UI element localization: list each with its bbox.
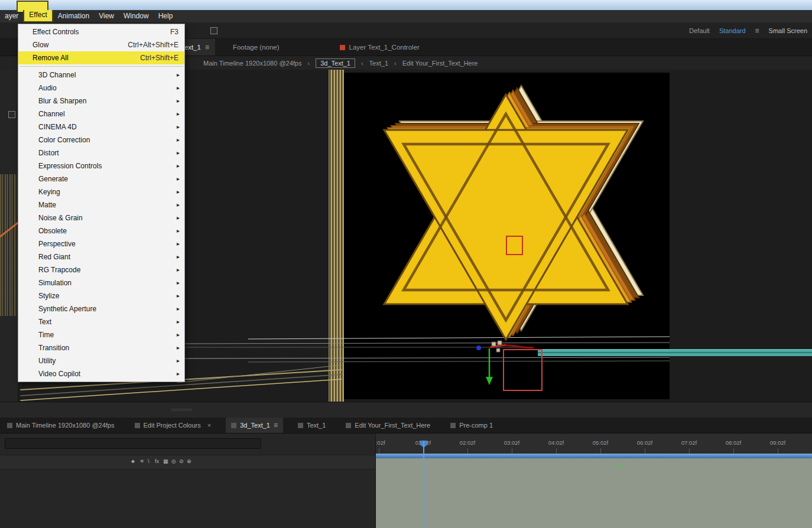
frame-blend-icon: ▦ — [163, 458, 168, 464]
menu-item-simulation[interactable]: Simulation▸ — [18, 276, 184, 289]
timeline-tab-pre-comp-1[interactable]: Pre-comp 1 — [445, 418, 498, 433]
workspace-menu-icon[interactable]: ≡ — [755, 27, 759, 35]
viewer-tab-layer-text-1-controler[interactable]: Layer Text_1_Controler — [334, 39, 426, 56]
submenu-arrow-icon: ▸ — [177, 211, 180, 224]
menu-item-label: Transition — [38, 341, 69, 354]
menu-item-distort[interactable]: Distort▸ — [18, 146, 184, 159]
menu-item-stylize[interactable]: Stylize▸ — [18, 289, 184, 302]
menubar-item-effect[interactable]: Effect — [23, 10, 53, 22]
timeline-tab-label: Edit Project Colours — [144, 422, 201, 429]
submenu-arrow-icon: ▸ — [177, 302, 180, 315]
menu-item-label: Audio — [38, 82, 57, 94]
menu-item-utility[interactable]: Utility▸ — [18, 354, 184, 367]
menu-item-expression-controls[interactable]: Expression Controls▸ — [18, 159, 184, 172]
menu-item-glow[interactable]: GlowCtrl+Alt+Shift+E — [18, 38, 184, 51]
viewer-tab-footage-none[interactable]: Footage (none) — [227, 39, 285, 56]
work-area-bar[interactable] — [376, 454, 812, 458]
submenu-arrow-icon: ▸ — [177, 69, 180, 82]
viewer-tab-label: Footage (none) — [233, 44, 280, 51]
menu-item-label: RG Trapcode — [38, 263, 80, 276]
menu-item-effect-controls[interactable]: Effect ControlsF3 — [18, 25, 184, 38]
comp-icon — [450, 423, 456, 428]
menu-item-label: Distort — [38, 146, 59, 159]
menu-item-obsolete[interactable]: Obsolete▸ — [18, 224, 184, 237]
menu-item-3d-channel[interactable]: 3D Channel▸ — [18, 69, 184, 82]
menu-item-perspective[interactable]: Perspective▸ — [18, 237, 184, 250]
menu-item-generate[interactable]: Generate▸ — [18, 172, 184, 185]
track-area[interactable] — [376, 458, 812, 528]
ruler-tick — [778, 448, 778, 454]
workspace-small-screen[interactable]: Small Screen — [769, 27, 807, 34]
playhead-line[interactable] — [423, 441, 424, 528]
layer-selection-rect[interactable] — [504, 350, 542, 390]
menu-item-blur-sharpen[interactable]: Blur & Sharpen▸ — [18, 94, 184, 107]
menu-item-red-giant[interactable]: Red Giant▸ — [18, 250, 184, 263]
keyframe-marker[interactable] — [618, 465, 622, 468]
menu-item-label: Obsolete — [38, 224, 67, 237]
breadcrumb-main-timeline-1920x1080-24fps[interactable]: Main Timeline 1920x1080 @24fps — [203, 60, 302, 67]
viewer-tab-label: Layer Text_1_Controler — [349, 44, 420, 51]
breadcrumb-text-1[interactable]: Text_1 — [369, 60, 388, 67]
menu-item-noise-grain[interactable]: Noise & Grain▸ — [18, 211, 184, 224]
submenu-arrow-icon: ▸ — [177, 198, 180, 211]
panel-menu-icon[interactable]: ≡ — [205, 43, 209, 51]
timeline-tab-label: Edit Your_First_Text_Here — [355, 422, 430, 429]
menu-item-color-correction[interactable]: Color Correction▸ — [18, 133, 184, 146]
menu-item-rg-trapcode[interactable]: RG Trapcode▸ — [18, 263, 184, 276]
menu-item-label: Time — [38, 328, 54, 341]
menubar-item-view[interactable]: View — [94, 10, 119, 22]
menu-item-transition[interactable]: Transition▸ — [18, 341, 184, 354]
collapse-icon: ☀ — [139, 458, 144, 464]
menu-item-audio[interactable]: Audio▸ — [18, 82, 184, 94]
timeline-tab-text-1[interactable]: Text_1 — [293, 418, 331, 433]
time-ruler[interactable]: 0:02f01:02f02:02f03:02f04:02f05:02f06:02… — [376, 434, 812, 454]
menubar-item-ayer[interactable]: ayer — [0, 10, 23, 22]
snapping-group — [210, 27, 221, 34]
menu-bar: ayerEffectAnimationViewWindowHelp — [0, 10, 812, 22]
menubar-item-animation[interactable]: Animation — [53, 10, 94, 22]
workspace-switcher: DefaultStandard≡Small Screen — [689, 27, 812, 35]
ruler-label: 07:02f — [681, 439, 697, 446]
menu-item-matte[interactable]: Matte▸ — [18, 198, 184, 211]
submenu-arrow-icon: ▸ — [177, 133, 180, 146]
y-axis-arrow[interactable] — [486, 377, 493, 385]
menu-item-time[interactable]: Time▸ — [18, 328, 184, 341]
workspace-standard[interactable]: Standard — [719, 27, 746, 34]
ruler-tick — [733, 448, 734, 454]
comp-icon — [231, 423, 236, 428]
close-icon[interactable]: × — [207, 422, 211, 429]
menu-item-synthetic-aperture[interactable]: Synthetic Aperture▸ — [18, 302, 184, 315]
workspace-default[interactable]: Default — [689, 27, 710, 34]
comp-icon — [7, 423, 12, 428]
3d-icon: ⊕ — [187, 458, 191, 464]
resolution-dropdown[interactable] — [171, 409, 191, 411]
panel-checkbox-fragment[interactable] — [8, 111, 15, 118]
menu-item-remove-all[interactable]: Remove AllCtrl+Shift+E — [18, 51, 184, 64]
breadcrumb-edit-your-first-text-here[interactable]: Edit Your_First_Text_Here — [402, 60, 478, 67]
timeline-tab-edit-your-first-text-here[interactable]: Edit Your_First_Text_Here — [340, 418, 436, 433]
timeline-tab-edit-project-colours[interactable]: Edit Project Colours× — [129, 418, 217, 433]
z-axis-handle[interactable] — [476, 346, 481, 350]
timeline-tab-3d-text-1[interactable]: 3d_Text_1≡ — [226, 418, 283, 433]
snapping-checkbox[interactable] — [210, 27, 217, 34]
star-of-david-layer[interactable] — [384, 86, 643, 340]
ruler-tick — [512, 448, 512, 454]
timeline-search-input[interactable] — [5, 438, 261, 449]
breadcrumb-separator: ‹ — [308, 60, 310, 67]
menu-item-channel[interactable]: Channel▸ — [18, 107, 184, 120]
timeline-tab-main-timeline-1920x1080-24fps[interactable]: Main Timeline 1920x1080 @24fps — [2, 418, 120, 433]
effect-menu: Effect ControlsF3GlowCtrl+Alt+Shift+ERem… — [18, 24, 185, 382]
menu-item-label: Generate — [38, 172, 68, 185]
menu-item-video-copilot[interactable]: Video Copilot▸ — [18, 367, 184, 380]
menu-item-text[interactable]: Text▸ — [18, 315, 184, 328]
menubar-item-help[interactable]: Help — [154, 10, 178, 22]
submenu-arrow-icon: ▸ — [177, 94, 180, 107]
breadcrumb-separator: ‹ — [394, 60, 397, 67]
menu-item-cinema-4d[interactable]: CINEMA 4D▸ — [18, 120, 184, 133]
timeline-tab-label: Pre-comp 1 — [459, 422, 493, 429]
menu-item-keying[interactable]: Keying▸ — [18, 185, 184, 198]
menubar-item-window[interactable]: Window — [119, 10, 154, 22]
breadcrumb-3d-text-1[interactable]: 3d_Text_1 — [316, 58, 355, 68]
menu-item-label: Red Giant — [38, 250, 70, 263]
panel-menu-icon[interactable]: ≡ — [274, 421, 278, 429]
